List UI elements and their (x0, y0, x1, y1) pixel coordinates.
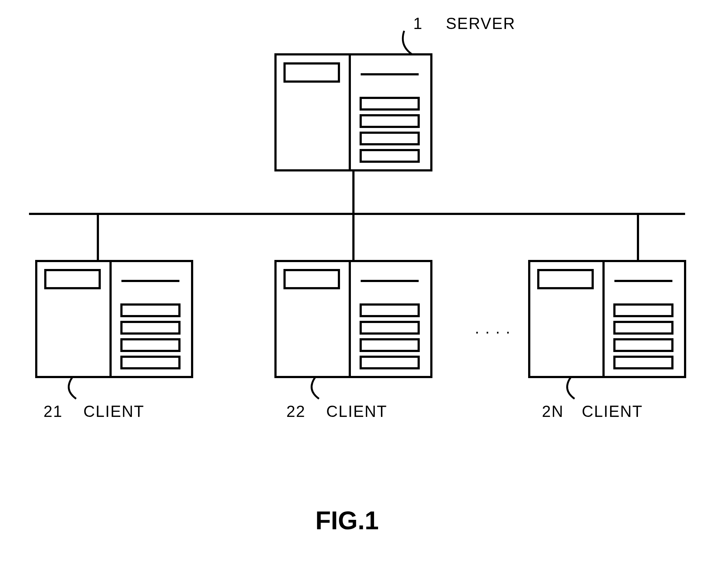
client-icon-n (529, 261, 685, 377)
svg-text:1: 1 (413, 15, 423, 32)
svg-text:21: 21 (43, 402, 63, 420)
svg-rect-9 (361, 150, 419, 162)
figure-label: FIG.1 (315, 506, 379, 535)
svg-text:SERVER: SERVER (446, 15, 515, 32)
svg-rect-7 (361, 115, 419, 127)
svg-rect-6 (361, 98, 419, 109)
svg-rect-28 (361, 305, 419, 316)
svg-rect-36 (538, 270, 593, 288)
svg-rect-38 (614, 305, 672, 316)
client-icon-1 (36, 261, 192, 377)
client1-label: CLIENT (83, 402, 144, 420)
client-icon-2 (275, 261, 431, 377)
diagram: 1 SERVER . . . . (0, 0, 713, 588)
server-icon (275, 54, 431, 170)
server-label: SERVER (446, 15, 515, 32)
svg-rect-4 (285, 63, 339, 82)
svg-text:CLIENT: CLIENT (326, 402, 387, 420)
client2-label: CLIENT (326, 402, 387, 420)
clientn-label: CLIENT (582, 402, 643, 420)
client-node-2: 22 CLIENT (275, 261, 431, 420)
svg-rect-26 (285, 270, 339, 288)
svg-rect-19 (121, 322, 179, 334)
svg-rect-20 (121, 339, 179, 351)
svg-text:CLIENT: CLIENT (582, 402, 643, 420)
clientn-ref: 2N (542, 402, 564, 420)
svg-rect-16 (45, 270, 100, 288)
svg-rect-31 (361, 357, 419, 368)
svg-rect-29 (361, 322, 419, 334)
client-node-n: 2N CLIENT (529, 261, 685, 420)
svg-rect-30 (361, 339, 419, 351)
server-node: 1 SERVER (275, 15, 515, 214)
svg-rect-41 (614, 357, 672, 368)
svg-rect-21 (121, 357, 179, 368)
svg-text:2N: 2N (542, 402, 564, 420)
client1-ref: 21 (43, 402, 63, 420)
svg-rect-8 (361, 133, 419, 144)
client2-ref: 22 (286, 402, 306, 420)
svg-text:22: 22 (286, 402, 306, 420)
svg-rect-40 (614, 339, 672, 351)
svg-rect-39 (614, 322, 672, 334)
svg-text:CLIENT: CLIENT (83, 402, 144, 420)
server-ref: 1 (413, 15, 423, 32)
svg-rect-18 (121, 305, 179, 316)
ellipsis: . . . . (475, 319, 511, 337)
client-node-1: 21 CLIENT (36, 261, 192, 420)
